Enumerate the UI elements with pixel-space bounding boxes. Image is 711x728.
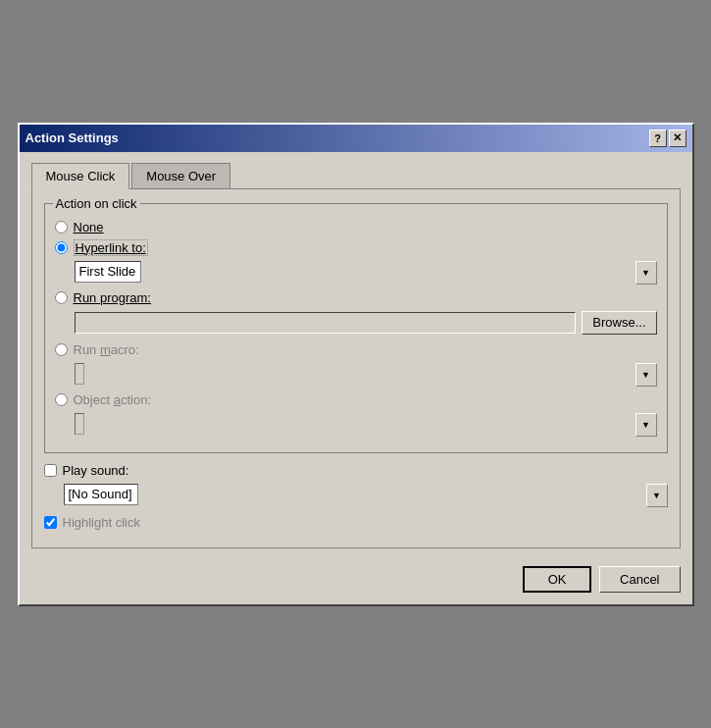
object-action-row: Object action: [55, 392, 657, 407]
object-action-select[interactable] [75, 413, 84, 435]
ok-button[interactable]: OK [523, 566, 591, 593]
radio-run-macro[interactable] [55, 343, 68, 356]
title-bar-buttons: ? ✕ [649, 130, 686, 147]
play-sound-checkbox[interactable] [44, 464, 57, 477]
object-action-select-wrapper [75, 413, 657, 435]
run-program-label[interactable]: Run program: [74, 290, 151, 305]
play-sound-row: Play sound: [44, 463, 668, 478]
highlight-click-checkbox[interactable] [44, 516, 57, 529]
radio-none[interactable] [55, 221, 68, 234]
run-macro-label[interactable]: Run macro: [74, 342, 139, 357]
browse-button[interactable]: Browse... [582, 311, 656, 335]
highlight-click-row: Highlight click [44, 515, 668, 530]
action-on-click-group: Action on click None Hyperlink to: [44, 203, 668, 453]
action-settings-dialog: Action Settings ? ✕ Mouse Click Mouse Ov… [18, 123, 694, 606]
play-sound-dropdown-row: [No Sound] [64, 484, 668, 505]
tab-panel: Action on click None Hyperlink to: [31, 188, 681, 548]
radio-object-action[interactable] [55, 393, 68, 406]
tab-mouse-over[interactable]: Mouse Over [131, 163, 230, 189]
hyperlink-select[interactable]: First Slide [75, 261, 141, 283]
run-program-row: Run program: [55, 290, 657, 305]
run-program-input-row: Browse... [75, 311, 657, 335]
hyperlink-label[interactable]: Hyperlink to: [74, 240, 148, 255]
cancel-button[interactable]: Cancel [599, 566, 680, 593]
play-sound-label[interactable]: Play sound: [63, 463, 129, 478]
run-macro-dropdown-row [75, 363, 657, 385]
help-button[interactable]: ? [649, 130, 667, 147]
run-program-input[interactable] [75, 312, 577, 334]
run-macro-select-wrapper [75, 363, 657, 385]
button-row: OK Cancel [20, 558, 692, 604]
hyperlink-dropdown-row: First Slide [75, 261, 657, 283]
dialog-title: Action Settings [25, 130, 119, 145]
radio-run-program[interactable] [55, 291, 68, 304]
run-macro-row: Run macro: [55, 342, 657, 357]
dialog-body: Mouse Click Mouse Over Action on click N… [20, 152, 692, 558]
none-label[interactable]: None [74, 220, 104, 234]
run-macro-select[interactable] [75, 363, 84, 385]
tab-mouse-click[interactable]: Mouse Click [31, 163, 130, 189]
hyperlink-row: Hyperlink to: [55, 240, 657, 255]
title-bar: Action Settings ? ✕ [20, 125, 692, 152]
highlight-click-label[interactable]: Highlight click [63, 515, 140, 530]
object-action-dropdown-row [75, 413, 657, 435]
none-row: None [55, 220, 657, 234]
radio-hyperlink[interactable] [55, 241, 68, 254]
play-sound-select[interactable]: [No Sound] [64, 484, 138, 505]
hyperlink-select-wrapper: First Slide [75, 261, 657, 283]
action-group-label: Action on click [53, 196, 140, 211]
close-button[interactable]: ✕ [669, 130, 686, 147]
object-action-label[interactable]: Object action: [74, 392, 152, 407]
play-sound-select-wrapper: [No Sound] [64, 484, 668, 505]
